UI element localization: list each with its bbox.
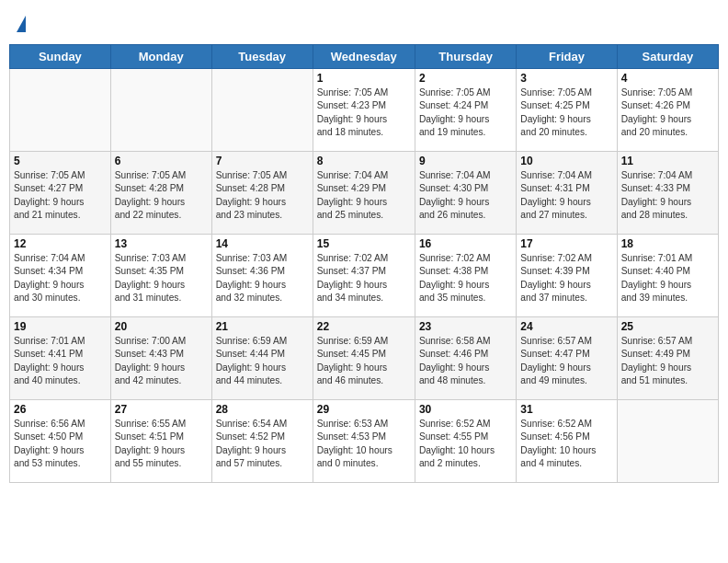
calendar-cell: 30Sunrise: 6:52 AM Sunset: 4:55 PM Dayli… xyxy=(415,400,516,483)
day-info: Sunrise: 7:02 AM Sunset: 4:37 PM Dayligh… xyxy=(317,252,411,304)
calendar-week-row: 12Sunrise: 7:04 AM Sunset: 4:34 PM Dayli… xyxy=(10,235,719,317)
calendar-cell: 14Sunrise: 7:03 AM Sunset: 4:36 PM Dayli… xyxy=(211,235,313,317)
day-info: Sunrise: 6:56 AM Sunset: 4:50 PM Dayligh… xyxy=(14,418,107,470)
logo-triangle-icon xyxy=(17,16,26,32)
day-number: 17 xyxy=(520,237,612,250)
day-number: 28 xyxy=(216,403,309,416)
day-number: 6 xyxy=(115,155,208,167)
calendar-cell xyxy=(10,69,111,152)
calendar-cell: 8Sunrise: 7:04 AM Sunset: 4:29 PM Daylig… xyxy=(313,152,415,235)
day-info: Sunrise: 7:05 AM Sunset: 4:28 PM Dayligh… xyxy=(216,169,309,222)
day-number: 16 xyxy=(419,237,512,250)
day-info: Sunrise: 6:54 AM Sunset: 4:52 PM Dayligh… xyxy=(216,418,309,470)
day-number: 3 xyxy=(520,72,612,85)
day-info: Sunrise: 7:04 AM Sunset: 4:33 PM Dayligh… xyxy=(621,169,714,222)
day-info: Sunrise: 7:05 AM Sunset: 4:27 PM Dayligh… xyxy=(14,169,107,222)
day-info: Sunrise: 7:05 AM Sunset: 4:23 PM Dayligh… xyxy=(317,86,411,139)
day-of-week-header: Friday xyxy=(517,45,617,69)
day-info: Sunrise: 7:00 AM Sunset: 4:43 PM Dayligh… xyxy=(115,335,208,387)
day-info: Sunrise: 6:59 AM Sunset: 4:44 PM Dayligh… xyxy=(216,335,309,387)
day-number: 24 xyxy=(520,320,612,333)
day-of-week-header: Tuesday xyxy=(211,45,313,69)
day-number: 27 xyxy=(115,403,208,416)
day-info: Sunrise: 7:03 AM Sunset: 4:36 PM Dayligh… xyxy=(216,252,309,304)
day-number: 9 xyxy=(419,155,512,167)
calendar-cell: 29Sunrise: 6:53 AM Sunset: 4:53 PM Dayli… xyxy=(313,400,415,483)
day-number: 29 xyxy=(317,403,411,416)
day-info: Sunrise: 7:04 AM Sunset: 4:31 PM Dayligh… xyxy=(520,169,612,222)
calendar-cell: 4Sunrise: 7:05 AM Sunset: 4:26 PM Daylig… xyxy=(617,69,718,152)
day-number: 18 xyxy=(621,237,714,250)
day-number: 4 xyxy=(621,72,714,85)
day-number: 10 xyxy=(520,155,612,167)
day-number: 2 xyxy=(419,72,512,85)
day-number: 20 xyxy=(115,320,208,333)
day-number: 13 xyxy=(115,237,208,250)
calendar-week-row: 19Sunrise: 7:01 AM Sunset: 4:41 PM Dayli… xyxy=(10,317,719,400)
day-info: Sunrise: 7:01 AM Sunset: 4:40 PM Dayligh… xyxy=(621,252,714,304)
calendar-cell: 27Sunrise: 6:55 AM Sunset: 4:51 PM Dayli… xyxy=(110,400,211,483)
day-number: 19 xyxy=(14,320,107,333)
calendar-cell: 16Sunrise: 7:02 AM Sunset: 4:38 PM Dayli… xyxy=(415,235,516,317)
calendar-cell: 9Sunrise: 7:04 AM Sunset: 4:30 PM Daylig… xyxy=(415,152,516,235)
day-number: 12 xyxy=(14,237,107,250)
day-number: 23 xyxy=(419,320,512,333)
calendar-cell: 5Sunrise: 7:05 AM Sunset: 4:27 PM Daylig… xyxy=(10,152,111,235)
day-info: Sunrise: 7:02 AM Sunset: 4:39 PM Dayligh… xyxy=(520,252,612,304)
day-info: Sunrise: 7:05 AM Sunset: 4:25 PM Dayligh… xyxy=(520,86,612,139)
day-info: Sunrise: 6:57 AM Sunset: 4:47 PM Dayligh… xyxy=(520,335,612,387)
calendar-cell: 22Sunrise: 6:59 AM Sunset: 4:45 PM Dayli… xyxy=(313,317,415,400)
calendar-cell: 20Sunrise: 7:00 AM Sunset: 4:43 PM Dayli… xyxy=(110,317,211,400)
day-of-week-header: Sunday xyxy=(10,45,111,69)
day-of-week-header: Thursday xyxy=(415,45,516,69)
calendar-cell: 13Sunrise: 7:03 AM Sunset: 4:35 PM Dayli… xyxy=(110,235,211,317)
day-info: Sunrise: 7:05 AM Sunset: 4:28 PM Dayligh… xyxy=(115,169,208,222)
calendar-week-row: 26Sunrise: 6:56 AM Sunset: 4:50 PM Dayli… xyxy=(10,400,719,483)
day-info: Sunrise: 6:53 AM Sunset: 4:53 PM Dayligh… xyxy=(317,418,411,470)
day-info: Sunrise: 7:02 AM Sunset: 4:38 PM Dayligh… xyxy=(419,252,512,304)
day-info: Sunrise: 7:05 AM Sunset: 4:26 PM Dayligh… xyxy=(621,86,714,139)
page-header xyxy=(9,9,719,37)
calendar-table: SundayMondayTuesdayWednesdayThursdayFrid… xyxy=(9,44,719,483)
day-info: Sunrise: 6:55 AM Sunset: 4:51 PM Dayligh… xyxy=(115,418,208,470)
calendar-cell: 23Sunrise: 6:58 AM Sunset: 4:46 PM Dayli… xyxy=(415,317,516,400)
calendar-cell: 24Sunrise: 6:57 AM Sunset: 4:47 PM Dayli… xyxy=(517,317,617,400)
day-number: 14 xyxy=(216,237,309,250)
calendar-cell xyxy=(617,400,718,483)
day-info: Sunrise: 7:03 AM Sunset: 4:35 PM Dayligh… xyxy=(115,252,208,304)
calendar-week-row: 1Sunrise: 7:05 AM Sunset: 4:23 PM Daylig… xyxy=(10,69,719,152)
day-info: Sunrise: 6:58 AM Sunset: 4:46 PM Dayligh… xyxy=(419,335,512,387)
calendar-cell: 3Sunrise: 7:05 AM Sunset: 4:25 PM Daylig… xyxy=(517,69,617,152)
day-number: 25 xyxy=(621,320,714,333)
day-number: 7 xyxy=(216,155,309,167)
day-number: 1 xyxy=(317,72,411,85)
day-info: Sunrise: 7:01 AM Sunset: 4:41 PM Dayligh… xyxy=(14,335,107,387)
day-info: Sunrise: 7:04 AM Sunset: 4:29 PM Dayligh… xyxy=(317,169,411,222)
day-info: Sunrise: 7:04 AM Sunset: 4:34 PM Dayligh… xyxy=(14,252,107,304)
calendar-cell: 31Sunrise: 6:52 AM Sunset: 4:56 PM Dayli… xyxy=(517,400,617,483)
calendar-cell: 7Sunrise: 7:05 AM Sunset: 4:28 PM Daylig… xyxy=(211,152,313,235)
logo xyxy=(14,14,26,32)
calendar-cell: 15Sunrise: 7:02 AM Sunset: 4:37 PM Dayli… xyxy=(313,235,415,317)
day-info: Sunrise: 7:05 AM Sunset: 4:24 PM Dayligh… xyxy=(419,86,512,139)
calendar-header-row: SundayMondayTuesdayWednesdayThursdayFrid… xyxy=(10,45,719,69)
calendar-cell: 26Sunrise: 6:56 AM Sunset: 4:50 PM Dayli… xyxy=(10,400,111,483)
day-info: Sunrise: 6:59 AM Sunset: 4:45 PM Dayligh… xyxy=(317,335,411,387)
day-number: 15 xyxy=(317,237,411,250)
calendar-cell xyxy=(110,69,211,152)
day-number: 8 xyxy=(317,155,411,167)
day-of-week-header: Wednesday xyxy=(313,45,415,69)
day-number: 26 xyxy=(14,403,107,416)
day-of-week-header: Saturday xyxy=(617,45,718,69)
calendar-cell: 21Sunrise: 6:59 AM Sunset: 4:44 PM Dayli… xyxy=(211,317,313,400)
calendar-cell: 10Sunrise: 7:04 AM Sunset: 4:31 PM Dayli… xyxy=(517,152,617,235)
calendar-cell: 18Sunrise: 7:01 AM Sunset: 4:40 PM Dayli… xyxy=(617,235,718,317)
day-number: 11 xyxy=(621,155,714,167)
calendar-cell xyxy=(211,69,313,152)
calendar-cell: 19Sunrise: 7:01 AM Sunset: 4:41 PM Dayli… xyxy=(10,317,111,400)
calendar-cell: 12Sunrise: 7:04 AM Sunset: 4:34 PM Dayli… xyxy=(10,235,111,317)
calendar-cell: 11Sunrise: 7:04 AM Sunset: 4:33 PM Dayli… xyxy=(617,152,718,235)
day-number: 5 xyxy=(14,155,107,167)
day-info: Sunrise: 7:04 AM Sunset: 4:30 PM Dayligh… xyxy=(419,169,512,222)
calendar-cell: 25Sunrise: 6:57 AM Sunset: 4:49 PM Dayli… xyxy=(617,317,718,400)
